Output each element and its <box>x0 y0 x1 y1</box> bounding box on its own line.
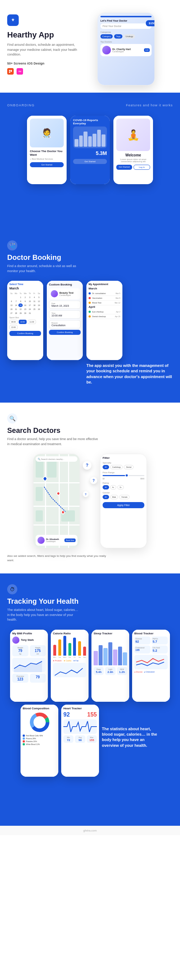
doctor-card[interactable]: Dr. Charity Hart Cardiologist 4.8 <box>100 44 152 56</box>
onboarding-phone-2: COVID-19 Reports Everyday 5.3M Get Start… <box>70 116 110 184</box>
cal-day[interactable]: 10 <box>28 299 32 303</box>
cal-day[interactable]: 16 <box>23 304 27 307</box>
book-now-btn[interactable]: Book Now <box>65 538 76 542</box>
cal-day[interactable]: 26 <box>37 307 41 311</box>
get-started-btn-3[interactable]: Get Started <box>116 165 132 170</box>
cal-day[interactable]: 17 <box>28 304 32 307</box>
time-field[interactable]: Time 10:00 AM <box>49 310 81 319</box>
booking-icon: 🩺 <box>7 240 17 250</box>
appointment-item[interactable]: Dental checkup Apr 15 <box>88 314 120 319</box>
filter-gender-male[interactable]: Male <box>110 495 118 499</box>
cal-day[interactable]: 5 <box>37 296 41 299</box>
cal-day[interactable]: 29 <box>18 312 23 315</box>
tracking-right-title: The statistics about heart, blood sugar,… <box>102 726 159 749</box>
appointment-phone: My Appointment March Dr. consultation Ma… <box>87 281 122 360</box>
tracking-section: ⏱ Tracking Your Health The statistics ab… <box>0 573 180 826</box>
time-slot-selected[interactable]: 10:00 <box>19 320 27 324</box>
get-started-btn-1[interactable]: Get Started <box>30 162 64 167</box>
blood-composition-phone: Blood Composition Red Blood Cells 40% <box>21 705 58 777</box>
cal-day-selected[interactable]: 15 <box>18 304 23 307</box>
custom-booking-phone: Custom Booking Beauty Test Cardiologist … <box>47 281 83 360</box>
appointment-item[interactable]: Eye checkup Apr 2 <box>88 310 120 314</box>
filter-rating-all[interactable]: All <box>103 485 109 490</box>
confirm-btn-2[interactable]: Confirm Booking <box>49 330 81 335</box>
blood-composition-title: Blood Composition <box>23 707 56 710</box>
search-bar[interactable]: Find Your Doctor <box>100 24 152 29</box>
cal-day[interactable]: 23 <box>23 307 27 311</box>
filter-gender-all[interactable]: All <box>103 495 109 499</box>
sleep-bar-chart <box>93 636 127 665</box>
cal-day[interactable]: 4 <box>32 296 37 299</box>
cal-day[interactable]: 20 <box>9 307 14 311</box>
appointment-item[interactable]: Dr. consultation Mar 5 <box>88 291 120 296</box>
cal-day[interactable]: 21 <box>14 307 18 311</box>
cal-day[interactable]: 27 <box>9 312 14 315</box>
cal-day[interactable]: 9 <box>23 299 27 303</box>
apply-filter-btn[interactable]: Apply Filter <box>103 502 144 508</box>
cal-day[interactable]: 6 <box>9 299 14 303</box>
cal-day[interactable] <box>14 296 18 299</box>
cal-day[interactable]: 30 <box>23 312 27 315</box>
cal-day[interactable]: 13 <box>9 304 14 307</box>
filter-gender-female[interactable]: Female <box>119 495 129 499</box>
hero-left: Hearthy App Find around doctors, schedul… <box>7 11 79 75</box>
cal-day[interactable]: 14 <box>14 304 18 307</box>
hero-phone-screen: Let's Find Your Doctor Find Your Doctor … <box>98 13 155 85</box>
cal-day[interactable]: 24 <box>28 307 32 311</box>
cal-day[interactable]: 19 <box>37 304 41 307</box>
doctor-popup-card[interactable]: Dr. Elizabeth Cardiologist Book Now <box>36 535 77 546</box>
filter-rating-3[interactable]: 3+ <box>117 485 124 490</box>
tracking-title: Tracking Your Health <box>7 597 173 606</box>
time-slot[interactable]: 13:00 <box>9 325 17 329</box>
map-search-bar[interactable]: 🔍 Search doctors nearby... <box>36 456 77 462</box>
booking-phones-middle: Custom Booking Beauty Test Cardiologist … <box>47 281 83 360</box>
category-item[interactable]: Urology <box>124 34 135 38</box>
appointment-item[interactable]: Vaccination Mar 8 <box>88 296 120 301</box>
cal-day[interactable]: 3 <box>28 296 32 299</box>
filter-rating: Rating All 4+ 3+ <box>103 482 144 490</box>
cal-day[interactable]: 28 <box>14 312 18 315</box>
cal-day[interactable]: 12 <box>37 299 41 303</box>
calendar-month: March <box>9 286 41 290</box>
category-item[interactable]: Tags <box>114 34 122 38</box>
cal-header: Fr <box>32 291 37 295</box>
welcome-subtitle: Lorem ipsum dolor sit amet consectetur a… <box>116 158 150 162</box>
tracking-icon: ⏱ <box>7 584 17 594</box>
sleep-bar <box>93 651 98 665</box>
cal-day[interactable]: 8 <box>18 299 23 303</box>
heart-tracker-title: Heart Tracker <box>63 707 97 710</box>
price-slider[interactable] <box>103 475 144 476</box>
reason-field[interactable]: Reason Consultation <box>49 320 81 328</box>
filter-opt-dental[interactable]: Dental <box>124 465 133 469</box>
confirm-booking-btn[interactable]: Confirm Booking <box>9 331 41 336</box>
log-in-btn[interactable]: Log In <box>134 165 150 170</box>
cal-day[interactable]: 22 <box>18 307 23 311</box>
cal-day[interactable]: 11 <box>32 299 37 303</box>
onboarding-label: ONBOARDING <box>7 103 35 107</box>
filter-opt-cardio[interactable]: Cardiology <box>110 465 123 469</box>
cal-day[interactable]: 25 <box>32 307 37 311</box>
cal-day[interactable]: 31 <box>28 312 32 315</box>
cal-day[interactable]: 18 <box>32 304 37 307</box>
bar-fri: Fri <box>73 638 76 658</box>
date-field[interactable]: Date March 15, 2023 <box>49 301 81 309</box>
filter-opt-all[interactable]: All <box>103 465 109 469</box>
cal-day[interactable]: 7 <box>14 299 18 303</box>
doctor-avatar-small <box>51 290 58 298</box>
appointment-item[interactable]: Blood Test Mar 12 <box>88 301 120 305</box>
time-slot[interactable]: 11:00 <box>28 320 36 324</box>
cal-day[interactable] <box>9 296 14 299</box>
cal-day[interactable]: 1 <box>18 296 23 299</box>
category-item[interactable]: Category <box>100 34 113 38</box>
sleep-bar <box>99 645 103 665</box>
filter-rating-4[interactable]: 4+ <box>110 485 117 490</box>
get-started-btn-2[interactable]: Get Started <box>73 159 107 164</box>
sleep-stats: Deep 5.4h Light 2.6h REM 1.2h <box>93 667 127 675</box>
onboarding-desc: Features and how it works <box>126 103 173 107</box>
popup-doctor-avatar <box>38 537 45 544</box>
appt-dot-red <box>88 297 91 299</box>
time-slot[interactable]: 09:00 <box>9 320 17 324</box>
appt-dot-green <box>88 311 91 313</box>
calendar-grid: Su Mo Tu We Th Fr Sa 1 2 3 4 5 <box>9 291 41 315</box>
cal-day[interactable]: 2 <box>23 296 27 299</box>
